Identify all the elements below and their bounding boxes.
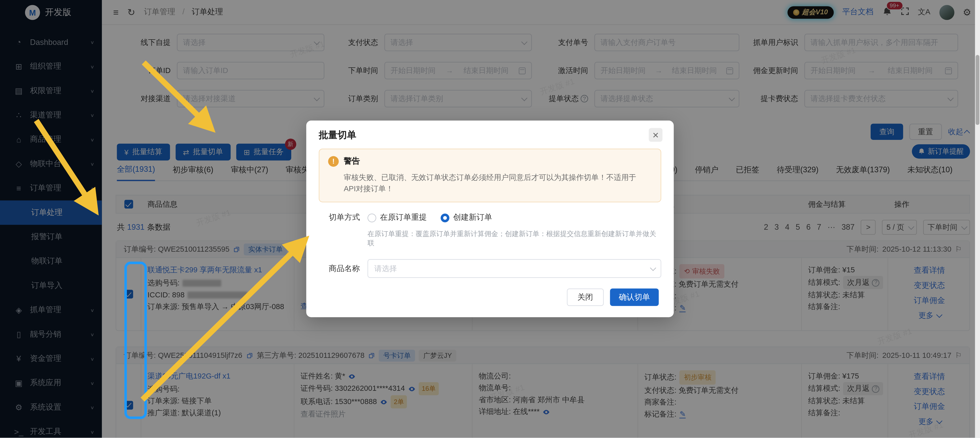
app-root: M 开发版 ◔Dashboard∨ ⊞组织管理∨ ▤权限管理∨ ∴渠道管理∨ ⌂… [0,0,980,438]
modal-close-button[interactable]: 关闭 [567,289,604,306]
product-name-row: 商品名称 请选择 [319,259,662,278]
cut-method-row: 切单方式 在原订单重提 创建新订单 [319,213,662,223]
modal-title: 批量切单 [319,129,662,141]
product-name-select[interactable]: 请选择 [368,259,662,278]
radio-icon [368,213,376,222]
scrollbar-thumb[interactable] [976,55,980,125]
radio-create-new[interactable]: 创建新订单 [441,213,492,223]
warning-description: 审核失败、已取消、无效订单状态订单必须经用户同意后才可以为其操作切单！不适用于A… [344,172,644,194]
product-name-label: 商品名称 [319,263,360,274]
scrollbar-track[interactable] [975,0,980,438]
radio-resubmit-original[interactable]: 在原订单重提 [368,213,427,223]
warning-title: 警告 [344,156,360,167]
modal-confirm-button[interactable]: 确认切单 [610,289,659,306]
warning-icon: ! [328,156,339,167]
batch-cut-order-modal: 批量切单 ✕ ! 警告 审核失败、已取消、无效订单状态订单必须经用户同意后才可以… [306,121,674,317]
close-icon[interactable]: ✕ [649,128,662,142]
cut-method-helper-text: 在原订单重提：覆盖原订单并重新计算佣金；创建新订单：根据提交信息重新创建新订单并… [368,229,662,248]
chevron-down-icon [650,264,656,271]
cut-method-label: 切单方式 [319,213,360,223]
warning-alert: ! 警告 审核失败、已取消、无效订单状态订单必须经用户同意后才可以为其操作切单！… [319,149,662,202]
radio-selected-icon [441,213,449,222]
